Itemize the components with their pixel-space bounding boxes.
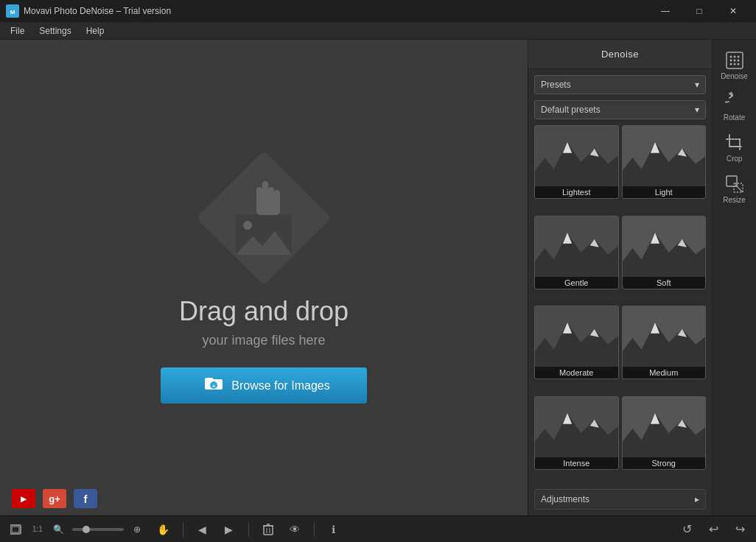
zoom-in-button[interactable]: ⊕ [127,520,147,539]
preset-label-medium: Medium [623,367,706,379]
toolbar-panel: Denoise Rotate Crop Resize [712,40,756,515]
folder-plus-icon: + [205,376,223,395]
svg-point-4 [243,221,252,230]
default-presets-label: Default presets [541,105,601,115]
svg-rect-59 [729,139,740,147]
bottom-toolbar: 1:1 🔍 ⊕ ✋ ◀ ▶ 👁 ℹ ↺ ↩ ↪ [0,515,756,542]
zoom-area: 🔍 ⊕ [49,520,147,539]
main-layout: Drag and drop your image files here + Br… [0,40,756,515]
default-presets-chevron-icon [695,105,699,115]
presets-dropdown[interactable]: Presets [534,75,706,94]
svg-text:+: + [212,383,216,390]
svg-point-47 [733,55,735,57]
preset-label-lightest: Lightest [535,186,618,198]
google-plus-icon: g+ [49,493,60,504]
resize-tool-label: Resize [723,196,746,204]
menubar: File Settings Help [0,22,756,40]
svg-line-62 [735,185,743,192]
maximize-button[interactable]: □ [682,0,716,22]
preset-grid: LightestLightGentleSoftModerateMediumInt… [528,125,712,483]
fit-view-button[interactable] [6,520,27,539]
preset-item-soft[interactable]: Soft [622,216,707,289]
adjustments-chevron-icon [695,494,699,504]
preset-item-moderate[interactable]: Moderate [534,306,619,379]
svg-rect-6 [262,181,268,203]
zoom-slider[interactable] [72,528,124,531]
canvas-area: Drag and drop your image files here + Br… [0,40,528,515]
svg-point-52 [729,63,732,65]
tool-button-rotate[interactable]: Rotate [715,87,754,125]
hand-tool-button[interactable]: ✋ [153,520,174,539]
svg-point-53 [733,63,735,65]
menu-file[interactable]: File [3,22,32,40]
default-presets-dropdown[interactable]: Default presets [534,100,706,119]
undo-button[interactable]: ↩ [703,520,724,539]
facebook-icon: f [84,493,88,505]
menu-help[interactable]: Help [79,22,112,40]
svg-text:M: M [10,9,15,15]
rotate-button[interactable]: ↺ [676,520,697,539]
preset-label-light: Light [623,186,706,198]
svg-rect-65 [264,526,273,535]
play-button[interactable]: ▶ [219,520,239,539]
svg-point-46 [729,55,732,57]
presets-label: Presets [541,80,571,90]
preset-label-strong: Strong [623,457,706,469]
zoom-ratio-label: 1:1 [32,525,43,533]
resize-icon [724,174,745,194]
preset-label-gentle: Gentle [535,277,618,289]
drop-icon [197,152,330,284]
svg-point-48 [737,55,739,57]
tool-button-denoise[interactable]: Denoise [715,46,754,84]
titlebar: M Movavi Photo DeNoise – Trial version —… [0,0,756,22]
minimize-button[interactable]: — [648,0,682,22]
browse-images-label: Browse for Images [231,379,329,393]
svg-rect-60 [727,176,737,186]
youtube-button[interactable]: ▶ [12,489,35,508]
redo-button[interactable]: ↪ [729,520,750,539]
adjustments-bar[interactable]: Adjustments [534,489,706,510]
preset-item-intense[interactable]: Intense [534,396,619,470]
preset-item-medium[interactable]: Medium [622,306,707,379]
zoom-out-button[interactable]: 🔍 [49,520,69,539]
app-icon: M [6,4,19,18]
svg-point-51 [737,59,739,61]
denoise-panel: Denoise Presets Default presets Lightest… [528,40,712,515]
tool-button-crop[interactable]: Crop [715,128,754,166]
delete-button[interactable] [258,520,279,539]
window-title: Movavi Photo DeNoise – Trial version [24,6,648,16]
preview-button[interactable]: 👁 [284,520,305,539]
drag-title: Drag and drop [179,296,349,327]
svg-rect-10 [256,202,280,215]
rotate-icon [724,91,745,112]
preset-item-strong[interactable]: Strong [622,396,707,470]
tool-button-resize[interactable]: Resize [715,169,754,208]
preset-item-light[interactable]: Light [622,125,707,199]
info-button[interactable]: ℹ [323,520,344,539]
preset-item-lightest[interactable]: Lightest [534,125,619,199]
drop-zone[interactable]: Drag and drop your image files here + Br… [161,152,367,404]
rotate-tool-label: Rotate [724,113,745,122]
panel-header: Denoise [528,40,712,69]
window-controls: — □ ✕ [648,0,750,22]
toolbar-separator-3 [314,522,315,537]
facebook-button[interactable]: f [74,489,97,508]
close-button[interactable]: ✕ [716,0,750,22]
zoom-slider-thumb [83,526,90,533]
svg-point-50 [733,59,735,61]
denoise-icon [724,50,745,71]
presets-chevron-icon [695,80,699,90]
google-plus-button[interactable]: g+ [43,489,66,508]
preset-item-gentle[interactable]: Gentle [534,216,619,289]
preset-label-intense: Intense [535,457,618,469]
toolbar-separator-1 [183,522,183,537]
browse-images-button[interactable]: + Browse for Images [161,367,367,404]
adjustments-label: Adjustments [541,494,589,504]
svg-rect-64 [12,527,19,532]
svg-point-49 [729,59,732,61]
menu-settings[interactable]: Settings [32,22,78,40]
drag-subtitle: your image files here [202,333,325,348]
crop-icon [724,133,745,153]
previous-button[interactable]: ◀ [192,520,213,539]
denoise-tool-label: Denoise [721,72,748,80]
